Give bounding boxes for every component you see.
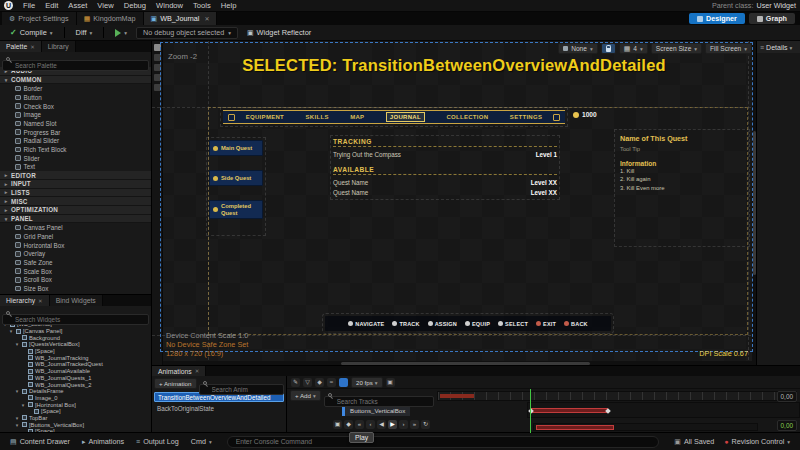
quest-row[interactable]: Trying Out the CompassLevel 1 (333, 149, 557, 159)
close-icon[interactable]: ✕ (195, 368, 200, 374)
close-icon[interactable]: ✕ (204, 15, 209, 22)
autokey-icon[interactable] (339, 378, 348, 387)
track-lane[interactable] (527, 402, 800, 418)
hierarchy-item-space[interactable]: [Space] (0, 408, 151, 415)
add-track-button[interactable]: + Add (290, 390, 321, 401)
game-button-main-quest[interactable]: Main Quest (209, 140, 263, 156)
palette-item-text[interactable]: Text (0, 163, 151, 172)
curve-editor-icon[interactable] (327, 378, 336, 387)
edit-icon[interactable] (291, 378, 300, 387)
palette-item-progress-bar[interactable]: Progress Bar (0, 128, 151, 137)
action-track[interactable]: TRACK (392, 321, 419, 327)
palette-item-scale-box[interactable]: Scale Box (0, 267, 151, 276)
menu-tools[interactable]: Tools (188, 0, 216, 12)
tab-kingdommap[interactable]: ▦KingdomMap (77, 12, 144, 25)
camera-icon[interactable] (386, 378, 395, 387)
palette-item-named-slot[interactable]: Named Slot (0, 119, 151, 128)
palette-section-panel[interactable]: ▾PANEL (0, 215, 151, 224)
content-drawer-button[interactable]: Content Drawer (5, 435, 75, 449)
add-animation-button[interactable]: + Animation (154, 378, 197, 389)
hierarchy-item-detailsframe[interactable]: ▾DetailsFrame (0, 388, 151, 395)
action-assign[interactable]: ASSIGN (428, 321, 457, 327)
hierarchy-item-wb-journalquests-2[interactable]: WB_JournalQuests_2 (0, 381, 151, 388)
palette-item-image[interactable]: Image (0, 110, 151, 119)
palette-item-border[interactable]: Border (0, 84, 151, 93)
menu-asset[interactable]: Asset (63, 0, 92, 12)
palette-search-input[interactable] (2, 60, 149, 71)
game-tab-skills[interactable]: SKILLS (306, 114, 329, 120)
hierarchy-item-wb-journaltrackedquest[interactable]: WB_JournalTrackedQuest (0, 361, 151, 368)
timeline-playhead[interactable] (530, 389, 531, 433)
tab-bind-widgets[interactable]: Bind Widgets (50, 295, 103, 306)
filter-icon[interactable] (303, 378, 312, 387)
keyframe-bar[interactable] (536, 425, 614, 430)
play-forward-button[interactable] (388, 420, 397, 429)
designer-canvas[interactable]: None 4 Screen Size Fill Screen Zoom -2 S… (152, 41, 756, 365)
animation-backtooriginalstate[interactable]: BackToOriginalState (154, 403, 284, 413)
game-tab-settings[interactable]: SETTINGS (510, 114, 542, 120)
console-command-input[interactable] (227, 436, 660, 448)
palette-section-editor[interactable]: ▸EDITOR (0, 171, 151, 180)
palette-item-canvas-panel[interactable]: Canvas Panel (0, 223, 151, 232)
go-to-end-button[interactable] (410, 420, 419, 429)
hierarchy-search-input[interactable] (2, 314, 149, 325)
play-reverse-button[interactable] (377, 420, 386, 429)
palette-item-radial-slider[interactable]: Radial Slider (0, 137, 151, 146)
tab-wb-journal[interactable]: ▣WB_Journal✕ (144, 12, 218, 25)
lock-button[interactable] (601, 43, 616, 54)
palette-item-size-box[interactable]: Size Box (0, 284, 151, 293)
unreal-logo-icon[interactable] (4, 1, 13, 10)
keyframe-bar[interactable] (530, 408, 608, 413)
track-search-input[interactable] (324, 396, 434, 407)
menu-edit[interactable]: Edit (40, 0, 63, 12)
palette-item-scroll-box[interactable]: Scroll Box (0, 276, 151, 285)
palette-item-horizontal-box[interactable]: Horizontal Box (0, 241, 151, 250)
keyframe-range-bar[interactable] (440, 394, 474, 398)
widget-reflector-button[interactable]: Widget Reflector (241, 26, 317, 39)
go-to-start-button[interactable] (355, 420, 364, 429)
output-log-button[interactable]: Output Log (131, 435, 184, 449)
tab-project-settings[interactable]: ⚙Project Settings (2, 12, 77, 25)
timeline-ruler[interactable] (437, 391, 797, 401)
thumbnail-icon[interactable] (333, 420, 342, 429)
hierarchy-item-space[interactable]: [Space] (0, 348, 151, 355)
screen-size-dropdown[interactable]: Screen Size (651, 43, 702, 54)
keyframe-diamond[interactable] (605, 408, 611, 414)
tab-hierarchy[interactable]: Hierarchy ✕ (0, 295, 50, 306)
compile-button[interactable]: Compile (4, 26, 59, 39)
tab-animations[interactable]: Animations ✕ (152, 366, 206, 376)
palette-item-safe-zone[interactable]: Safe Zone (0, 258, 151, 267)
hierarchy-item-buttons-verticalbox[interactable]: ▾[Buttons_VerticalBox] (0, 421, 151, 428)
debug-object-dropdown[interactable]: No debug object selected (136, 27, 238, 39)
palette-item-rich-text-block[interactable]: Rich Text Block (0, 145, 151, 154)
hierarchy-item-wb-journaltracking[interactable]: WB_JournalTracking (0, 354, 151, 361)
animations-drawer-button[interactable]: Animations (77, 435, 129, 449)
game-tab-collection[interactable]: COLLECTION (446, 114, 488, 120)
game-tab-map[interactable]: MAP (350, 114, 364, 120)
palette-item-check-box[interactable]: Check Box (0, 102, 151, 111)
quest-row[interactable]: Quest NameLevel XX (333, 177, 557, 187)
designer-mode-button[interactable]: Designer (689, 13, 745, 24)
palette-section-optimization[interactable]: ▸OPTIMIZATION (0, 206, 151, 215)
game-button-completed-quest[interactable]: Completed Quest (209, 200, 263, 219)
palette-item-overlay[interactable]: Overlay (0, 249, 151, 258)
all-saved-button[interactable]: All Saved (669, 435, 719, 449)
time-end[interactable]: 0,00 (777, 420, 797, 431)
keyframe-icon[interactable] (315, 378, 324, 387)
quest-row[interactable]: Quest NameLevel XX (333, 187, 557, 197)
animation-search-input[interactable] (199, 384, 284, 395)
menu-window[interactable]: Window (151, 0, 188, 12)
tab-library[interactable]: Library (42, 41, 76, 52)
step-back-button[interactable] (366, 420, 375, 429)
palette-section-misc[interactable]: ▸MISC (0, 197, 151, 206)
step-forward-button[interactable] (399, 420, 408, 429)
action-select[interactable]: SELECT (498, 321, 528, 327)
cmd-dropdown[interactable]: Cmd (186, 435, 217, 449)
palette-section-common[interactable]: ▾COMMON (0, 76, 151, 85)
action-equip[interactable]: EQUIP (465, 321, 490, 327)
loop-button[interactable] (421, 420, 430, 429)
game-tab-equipment[interactable]: EQUIPMENT (246, 114, 284, 120)
preview-dropdown[interactable]: None (558, 43, 598, 54)
action-exit[interactable]: EXIT (536, 321, 556, 327)
hierarchy-item-wb-journalavailable[interactable]: WB_JournalAvailable (0, 368, 151, 375)
